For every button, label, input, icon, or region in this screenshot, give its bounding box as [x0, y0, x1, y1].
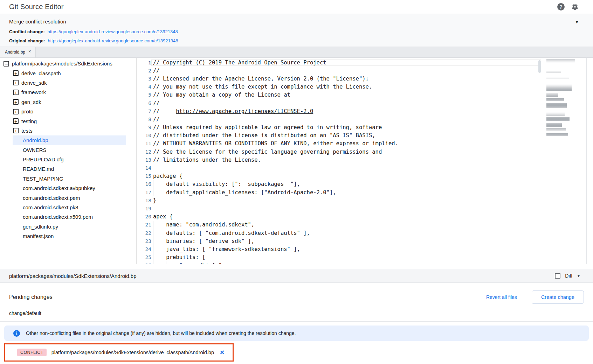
code-line[interactable]: 14 [137, 164, 541, 172]
tree-folder-tests[interactable]: + tests [0, 126, 136, 135]
line-number[interactable]: 23 [137, 238, 151, 244]
code-line[interactable]: 18} [137, 196, 541, 204]
code-line[interactable]: 17 default_applicable_licenses: ["Androi… [137, 188, 541, 196]
tree-folder-gen-sdk[interactable]: + gen_sdk [0, 97, 136, 107]
expand-icon[interactable]: + [13, 128, 19, 133]
line-number[interactable]: 19 [137, 206, 151, 211]
line-number[interactable]: 25 [137, 254, 151, 260]
line-number[interactable]: 14 [137, 165, 151, 171]
code-line[interactable]: 7// http://www.apache.org/licenses/LICEN… [137, 107, 541, 115]
tree-file-test-mapping[interactable]: TEST_MAPPING [13, 174, 126, 183]
line-number[interactable]: 9 [137, 125, 151, 130]
line-number[interactable]: 26 [137, 262, 151, 264]
code-line[interactable]: 16 default_visibility: [":__subpackages_… [137, 180, 541, 188]
line-number[interactable]: 5 [137, 92, 151, 98]
tree-folder-testing[interactable]: + testing [0, 116, 136, 126]
tab-android-bp[interactable]: Android.bp × [0, 47, 36, 57]
line-number[interactable]: 10 [137, 133, 151, 138]
tree-file-pk8[interactable]: com.android.sdkext.pk8 [13, 203, 126, 212]
remove-conflict-file-icon[interactable]: ✕ [220, 349, 225, 356]
line-number[interactable]: 13 [137, 157, 151, 163]
expand-icon[interactable]: + [13, 99, 19, 105]
info-banner: i Other non-conflicting files in the ori… [4, 326, 589, 341]
line-number[interactable]: 11 [137, 141, 151, 146]
line-number[interactable]: 7 [137, 108, 151, 114]
code-line[interactable]: 6// [137, 99, 541, 107]
code-line[interactable]: 21 name: "com.android.sdkext", [137, 221, 541, 229]
code-line[interactable]: 25 prebuilts: [ [137, 253, 541, 261]
original-change-link[interactable]: https://googleplex-android-review.google… [48, 38, 178, 43]
line-number[interactable]: 18 [137, 198, 151, 203]
bug-report-icon[interactable] [571, 3, 579, 11]
code-text: // [151, 100, 541, 106]
code-line[interactable]: 20apex { [137, 213, 541, 221]
conflict-change-link[interactable]: https://googleplex-android-review.google… [47, 29, 178, 34]
code-line[interactable]: 2// [137, 66, 541, 75]
expand-icon[interactable]: + [13, 109, 19, 114]
license-url-text: http://www.apache.org/licenses/LICENSE-2… [176, 108, 313, 114]
code-line[interactable]: 24 java_libs: [ "framework-sdkextensions… [137, 245, 541, 253]
code-line[interactable]: 5// You may obtain a copy of the License… [137, 91, 541, 99]
collapse-panel-caret-icon[interactable]: ▼ [575, 20, 579, 24]
code-line[interactable]: 4// you may not use this file except in … [137, 83, 541, 91]
line-number[interactable]: 3 [137, 76, 151, 82]
line-number[interactable]: 2 [137, 68, 151, 74]
tree-file-android-bp[interactable]: Android.bp [13, 135, 126, 145]
tree-file-preupload-cfg[interactable]: PREUPLOAD.cfg [13, 155, 126, 164]
code-line[interactable]: 11// WITHOUT WARRANTIES OR CONDITIONS OF… [137, 140, 541, 148]
diff-dropdown-caret-icon[interactable]: ▼ [577, 274, 580, 278]
tree-file-pem[interactable]: com.android.sdkext.pem [13, 193, 126, 202]
line-number[interactable]: 21 [137, 222, 151, 227]
help-icon[interactable]: ? [557, 3, 565, 10]
tree-file-gen-sdkinfo-py[interactable]: gen_sdkinfo.py [13, 222, 126, 231]
tree-file-readme-md[interactable]: README.md [13, 164, 126, 174]
code-line[interactable]: 15package { [137, 172, 541, 180]
code-line[interactable]: 19 [137, 204, 541, 212]
code-text: // WITHOUT WARRANTIES OR CONDITIONS OF A… [151, 140, 541, 147]
code-line[interactable]: 3// Licensed under the Apache License, V… [137, 75, 541, 83]
code-line[interactable]: 8// [137, 115, 541, 123]
collapse-icon[interactable]: − [4, 61, 9, 66]
line-number[interactable]: 20 [137, 214, 151, 219]
minimap[interactable] [546, 59, 580, 138]
code-line[interactable]: 22 defaults: [ "com.android.sdkext-defau… [137, 229, 541, 237]
line-number[interactable]: 4 [137, 84, 151, 90]
code-text: java_libs: [ "framework-sdkextensions" ]… [151, 246, 541, 252]
expand-icon[interactable]: + [13, 70, 19, 76]
tree-root[interactable]: − platform/packages/modules/SdkExtension… [0, 59, 136, 68]
line-number[interactable]: 16 [137, 181, 151, 187]
code-line[interactable]: 1// Copyright (C) 2019 The Android Open … [137, 58, 541, 66]
code-text: package { [151, 173, 541, 179]
line-number[interactable]: 22 [137, 230, 151, 236]
create-change-button[interactable]: Create change [532, 290, 584, 304]
tree-file-x509-pem[interactable]: com.android.sdkext.x509.pem [13, 212, 126, 222]
tree-file-owners[interactable]: OWNERS [13, 145, 126, 155]
line-number[interactable]: 8 [137, 117, 151, 122]
code-line[interactable]: 10// distributed under the License is di… [137, 132, 541, 140]
code-line[interactable]: 12// See the License for the specific la… [137, 148, 541, 156]
tree-file-manifest-json[interactable]: manifest.json [13, 231, 126, 241]
tree-folder-proto[interactable]: + proto [0, 107, 136, 116]
code-line[interactable]: 23 binaries: [ "derive_sdk" ], [137, 237, 541, 245]
tab-close-icon[interactable]: × [28, 49, 31, 54]
expand-icon[interactable]: + [13, 90, 19, 95]
tree-file-avbpubkey[interactable]: com.android.sdkext.avbpubkey [13, 183, 126, 193]
tree-folder-derive-sdk[interactable]: + derive_sdk [0, 78, 136, 88]
line-number[interactable]: 24 [137, 246, 151, 252]
line-number[interactable]: 15 [137, 173, 151, 179]
code-line[interactable]: 9// Unless required by applicable law or… [137, 124, 541, 132]
line-number[interactable]: 1 [137, 60, 151, 65]
tree-folder-derive-classpath[interactable]: + derive_classpath [0, 68, 136, 78]
line-number[interactable]: 6 [137, 100, 151, 106]
code-line[interactable]: 13// limitations under the License. [137, 156, 541, 164]
expand-icon[interactable]: + [13, 80, 19, 85]
tree-folder-framework[interactable]: + framework [0, 88, 136, 97]
code-line[interactable]: 26 "cur_sdkinfo" [137, 261, 541, 264]
revert-all-files-link[interactable]: Revert all files [486, 294, 517, 300]
line-number[interactable]: 12 [137, 149, 151, 155]
diff-checkbox[interactable] [555, 273, 560, 279]
code-editor[interactable]: 1// Copyright (C) 2019 The Android Open … [137, 58, 541, 264]
editor-scrollbar-thumb[interactable] [538, 60, 541, 73]
expand-icon[interactable]: + [13, 118, 19, 124]
line-number[interactable]: 17 [137, 190, 151, 195]
